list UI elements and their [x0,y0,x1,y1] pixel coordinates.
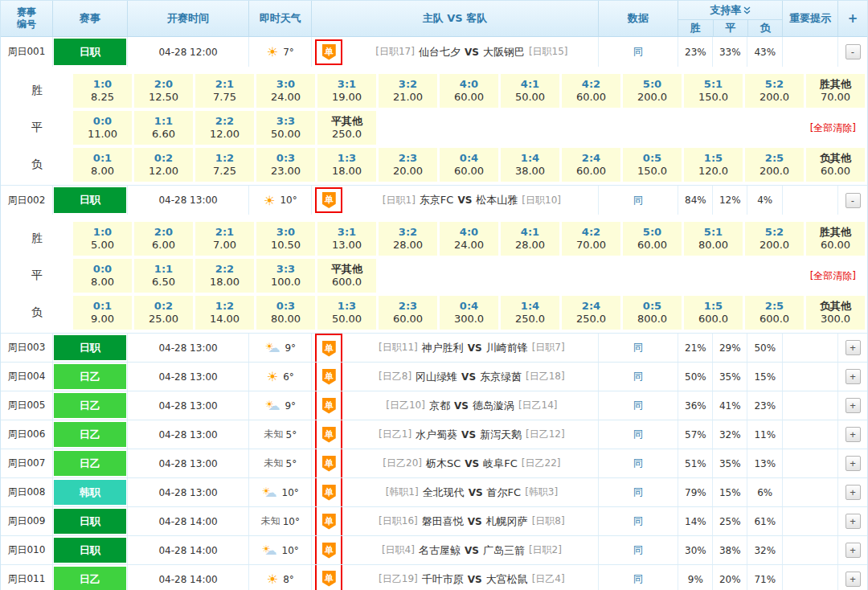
home-team[interactable]: 水户蜀葵 [416,428,457,442]
odds-cell[interactable]: 4:0 24.00 [440,222,498,256]
data-link[interactable]: 同 [633,514,643,528]
data-link[interactable]: 同 [633,45,643,59]
odds-cell[interactable]: 3:0 24.00 [256,74,315,108]
home-team[interactable]: 冈山绿雉 [416,370,457,384]
odds-cell[interactable]: 0:0 11.00 [73,111,132,145]
odds-cell[interactable]: 0:4 60.00 [440,148,498,182]
odds-cell[interactable]: 胜其他 60.00 [806,222,865,256]
expand-toggle-button[interactable]: + [845,572,861,587]
odds-cell[interactable]: 1:3 18.00 [317,148,376,182]
odds-cell[interactable]: 5:1 80.00 [684,222,743,256]
odds-cell[interactable]: 4:2 70.00 [562,222,620,256]
odds-cell[interactable]: 0:1 8.00 [73,148,132,182]
expand-toggle-button[interactable]: + [845,456,861,471]
odds-cell[interactable]: 2:5 600.0 [745,296,804,330]
odds-cell[interactable]: 3:2 21.00 [379,74,437,108]
data-link[interactable]: 同 [633,486,643,499]
away-team[interactable]: 大宫松鼠 [486,572,528,587]
odds-cell[interactable]: 负其他 60.00 [806,148,865,182]
header-expand-all-button[interactable]: + [838,1,867,36]
odds-cell[interactable]: 0:2 12.00 [134,148,193,182]
odds-cell[interactable]: 1:0 5.00 [73,222,132,256]
expand-toggle-button[interactable]: + [845,340,861,355]
header-start-time[interactable]: 开赛时间 [128,1,250,36]
odds-cell[interactable]: 2:3 20.00 [379,148,437,182]
expand-toggle-button[interactable]: + [845,485,861,500]
header-support-rate[interactable]: 支持率 胜 平 负 [678,1,783,36]
odds-cell[interactable]: 平其他 250.0 [317,111,376,145]
odds-cell[interactable]: 2:3 60.00 [379,296,437,330]
data-link[interactable]: 同 [633,572,643,586]
odds-cell[interactable]: 负其他 300.0 [806,296,865,330]
odds-cell[interactable]: 1:4 250.0 [501,296,559,330]
expand-toggle-button[interactable]: + [845,427,861,442]
odds-cell[interactable]: 0:0 8.00 [73,259,132,293]
odds-cell[interactable]: 5:2 200.0 [745,222,804,256]
odds-cell[interactable]: 2:4 250.0 [562,296,620,330]
home-team[interactable]: 东京FC [420,193,454,207]
odds-cell[interactable]: 0:2 25.00 [134,296,193,330]
odds-cell[interactable]: 3:2 28.00 [379,222,437,256]
odds-cell[interactable]: 4:2 60.00 [562,74,620,108]
odds-cell[interactable]: 1:2 7.25 [195,148,254,182]
clear-all-link[interactable]: [全部清除] [810,121,856,135]
odds-cell[interactable]: 1:2 14.00 [195,296,254,330]
data-link[interactable]: 同 [633,370,643,383]
odds-cell[interactable]: 1:1 6.50 [134,259,193,293]
odds-cell[interactable]: 2:1 7.75 [195,74,254,108]
odds-cell[interactable]: 胜其他 70.00 [806,74,865,108]
expand-toggle-button[interactable]: - [845,193,861,208]
odds-cell[interactable]: 0:3 80.00 [256,296,315,330]
odds-cell[interactable]: 0:5 800.0 [623,296,682,330]
expand-toggle-button[interactable]: + [845,398,861,413]
odds-cell[interactable]: 4:1 50.00 [501,74,559,108]
away-team[interactable]: 东京绿茵 [480,370,522,384]
odds-cell[interactable]: 4:0 60.00 [440,74,498,108]
odds-cell[interactable]: 4:1 28.00 [501,222,559,256]
odds-cell[interactable]: 1:0 8.25 [73,74,132,108]
header-match-no[interactable]: 赛事 编号 [1,1,53,36]
odds-cell[interactable]: 2:5 200.0 [745,148,804,182]
odds-cell[interactable]: 1:1 6.60 [134,111,193,145]
odds-cell[interactable]: 2:0 12.50 [134,74,193,108]
home-team[interactable]: 全北现代 [423,486,465,500]
odds-cell[interactable]: 1:5 120.0 [684,148,743,182]
home-team[interactable]: 枥木SC [426,457,461,471]
odds-cell[interactable]: 3:1 19.00 [317,74,376,108]
home-team[interactable]: 京都 [429,399,450,413]
odds-cell[interactable]: 5:2 200.0 [745,74,804,108]
home-team[interactable]: 神户胜利 [422,341,464,355]
data-link[interactable]: 同 [633,341,643,354]
odds-cell[interactable]: 1:5 600.0 [684,296,743,330]
away-team[interactable]: 广岛三箭 [483,543,525,558]
data-link[interactable]: 同 [633,457,643,470]
expand-toggle-button[interactable]: + [845,514,861,529]
expand-toggle-button[interactable]: + [845,543,861,558]
odds-cell[interactable]: 3:1 13.00 [317,222,376,256]
data-link[interactable]: 同 [633,399,643,412]
expand-toggle-button[interactable]: + [845,369,861,384]
away-team[interactable]: 松本山雅 [476,193,518,207]
home-team[interactable]: 名古屋鲸 [419,543,461,558]
odds-cell[interactable]: 1:3 50.00 [317,296,376,330]
away-team[interactable]: 德岛漩涡 [473,399,514,413]
away-team[interactable]: 岐阜FC [483,457,518,471]
odds-cell[interactable]: 0:1 9.00 [73,296,132,330]
away-team[interactable]: 札幌冈萨 [486,514,528,529]
odds-cell[interactable]: 2:4 60.00 [562,148,620,182]
odds-cell[interactable]: 3:3 50.00 [256,111,315,145]
odds-cell[interactable]: 5:0 60.00 [623,222,682,256]
odds-cell[interactable]: 3:0 10.50 [256,222,315,256]
expand-toggle-button[interactable]: - [845,44,861,59]
home-team[interactable]: 千叶市原 [422,572,464,587]
clear-all-link[interactable]: [全部清除] [810,269,856,283]
odds-cell[interactable]: 3:3 100.0 [256,259,315,293]
odds-cell[interactable]: 0:5 150.0 [623,148,682,182]
odds-cell[interactable]: 2:0 6.00 [134,222,193,256]
data-link[interactable]: 同 [633,428,643,441]
odds-cell[interactable]: 2:2 18.00 [195,259,254,293]
away-team[interactable]: 大阪钢巴 [483,45,525,59]
header-league[interactable]: 赛事 [53,1,128,36]
data-link[interactable]: 同 [633,194,643,207]
odds-cell[interactable]: 5:1 150.0 [684,74,743,108]
